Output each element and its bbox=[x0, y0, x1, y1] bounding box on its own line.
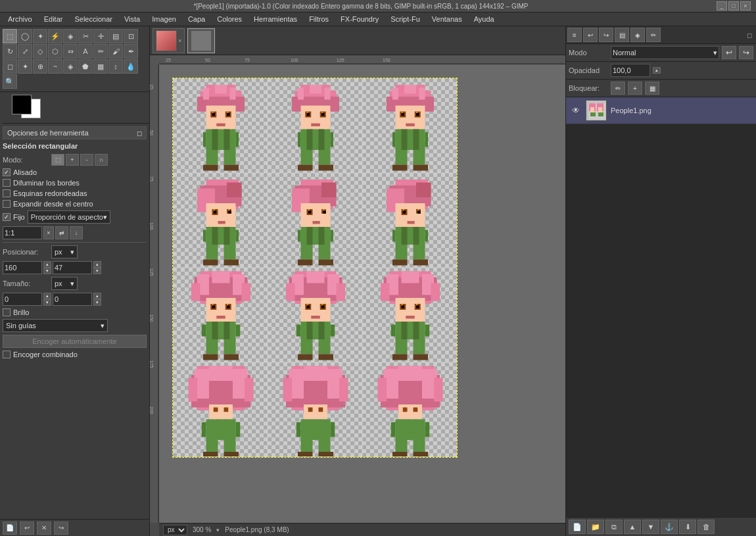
redo-btn[interactable]: ↪ bbox=[54, 522, 68, 535]
size-w-input[interactable]: 0 bbox=[3, 293, 42, 306]
menu-fx-foundry[interactable]: FX-Foundry bbox=[335, 14, 384, 24]
menu-herramientas[interactable]: Herramientas bbox=[248, 14, 302, 24]
maximize-button[interactable]: □ bbox=[728, 1, 739, 11]
tool-free-select[interactable]: ✦ bbox=[33, 29, 47, 43]
layer-up-btn[interactable]: ▲ bbox=[624, 520, 641, 534]
tool-magnify[interactable]: 🔍 bbox=[3, 74, 17, 89]
new-image-btn[interactable]: 📄 bbox=[3, 522, 17, 535]
tool-scale[interactable]: ⤢ bbox=[18, 44, 32, 59]
layers-tab-channels-icon[interactable]: ◈ bbox=[630, 28, 645, 42]
size-h-input[interactable]: 0 bbox=[53, 293, 92, 306]
combined-shrink-checkbox[interactable] bbox=[3, 351, 11, 358]
canvas-viewport[interactable] bbox=[159, 64, 565, 523]
tool-flip[interactable]: ⇔ bbox=[63, 44, 78, 59]
tool-options-expand-icon[interactable]: ◻ bbox=[137, 130, 142, 137]
undo-history-btn[interactable]: ↩ bbox=[20, 522, 34, 535]
tool-rect-select[interactable]: ⬚ bbox=[3, 29, 17, 43]
duplicate-layer-btn[interactable]: ⧉ bbox=[605, 520, 623, 534]
mode-intersect-btn[interactable]: ∩ bbox=[95, 154, 108, 166]
menu-vista[interactable]: Vista bbox=[119, 14, 145, 24]
ratio-input[interactable]: 1:1 bbox=[3, 226, 42, 239]
layers-tab-redo-icon[interactable]: ↪ bbox=[599, 28, 613, 42]
tool-scissors[interactable]: ✂ bbox=[78, 29, 93, 43]
layers-opacity-input[interactable]: 100,0 bbox=[611, 64, 650, 77]
layers-tab-undo-icon[interactable]: ↩ bbox=[583, 28, 598, 42]
anchor-layer-btn[interactable]: ⚓ bbox=[661, 520, 678, 534]
pos-y-up-arrow[interactable]: ▴ bbox=[93, 261, 101, 268]
menu-archivo[interactable]: Archivo bbox=[3, 14, 37, 24]
lock-paint-btn[interactable]: ✏ bbox=[611, 82, 625, 95]
layers-tab-paths-icon[interactable]: ✏ bbox=[646, 28, 661, 42]
menu-imagen[interactable]: Imagen bbox=[147, 14, 181, 24]
layer-item-people1[interactable]: 👁 People1.png bbox=[566, 97, 756, 124]
pos-x-down-arrow[interactable]: ▾ bbox=[43, 268, 51, 274]
tool-ellipse-select[interactable]: ◯ bbox=[18, 29, 32, 43]
thumbnail-1[interactable]: × bbox=[153, 28, 185, 53]
thumb-close-1[interactable]: × bbox=[178, 37, 181, 44]
guides-select[interactable]: Sin guías ▾ bbox=[3, 319, 108, 332]
tool-bucket[interactable]: ⬟ bbox=[78, 59, 93, 74]
auto-shrink-btn[interactable]: Encoger automáticamente bbox=[3, 335, 147, 348]
layer-visibility-toggle[interactable]: 👁 bbox=[570, 105, 582, 116]
layers-panel-expand-icon[interactable]: ◻ bbox=[744, 30, 755, 40]
position-unit-select[interactable]: px ▾ bbox=[51, 245, 78, 258]
tool-text[interactable]: A bbox=[78, 44, 93, 59]
delete-layer-btn[interactable]: 🗑 bbox=[697, 520, 715, 534]
tool-crop[interactable]: ⊡ bbox=[124, 29, 138, 43]
layers-mode-select[interactable]: Normal ▾ bbox=[611, 46, 719, 59]
unit-select[interactable]: px bbox=[163, 525, 187, 535]
size-unit-select[interactable]: px ▾ bbox=[51, 277, 78, 290]
tool-clone[interactable]: ⊕ bbox=[33, 59, 47, 74]
ratio-load-btn[interactable]: ↓ bbox=[70, 226, 83, 239]
foreground-color-swatch[interactable] bbox=[12, 95, 32, 114]
layers-opacity-spin-up[interactable]: ▴ bbox=[653, 67, 661, 74]
tool-color-select[interactable]: ◈ bbox=[63, 29, 78, 43]
thumbnail-2[interactable] bbox=[187, 28, 215, 53]
lock-alpha-btn[interactable]: ▦ bbox=[645, 82, 659, 95]
mode-subtract-btn[interactable]: - bbox=[80, 154, 93, 166]
tool-sharpen[interactable]: ◈ bbox=[63, 59, 78, 74]
size-w-down-arrow[interactable]: ▾ bbox=[43, 299, 51, 306]
ratio-swap-btn[interactable]: ⇄ bbox=[55, 226, 68, 239]
fixed-checkbox[interactable] bbox=[3, 213, 11, 221]
new-layer-group-btn[interactable]: 📁 bbox=[587, 520, 604, 534]
size-h-up-arrow[interactable]: ▴ bbox=[93, 293, 101, 299]
tool-gradient[interactable]: ▦ bbox=[93, 59, 108, 74]
tool-fuzzy-select[interactable]: ⚡ bbox=[48, 29, 62, 43]
expand-checkbox[interactable] bbox=[3, 200, 11, 208]
delete-image-btn[interactable]: ✕ bbox=[37, 522, 51, 535]
pos-y-input[interactable]: 47 bbox=[53, 261, 92, 274]
menu-script-fu[interactable]: Script-Fu bbox=[385, 14, 425, 24]
pos-x-up-arrow[interactable]: ▴ bbox=[43, 261, 51, 268]
layers-redo-btn[interactable]: ↪ bbox=[739, 46, 753, 59]
mode-add-btn[interactable]: + bbox=[66, 154, 79, 166]
brightness-checkbox[interactable] bbox=[3, 308, 11, 316]
close-button[interactable]: × bbox=[740, 1, 751, 11]
layers-tab-layers-icon[interactable]: ▤ bbox=[615, 28, 629, 42]
tool-measure[interactable]: ↕ bbox=[108, 59, 123, 74]
tool-heal[interactable]: ✦ bbox=[18, 59, 32, 74]
minimize-button[interactable]: _ bbox=[717, 1, 727, 11]
menu-colores[interactable]: Colores bbox=[212, 14, 247, 24]
pos-y-down-arrow[interactable]: ▾ bbox=[93, 268, 101, 274]
menu-capa[interactable]: Capa bbox=[183, 14, 210, 24]
menu-editar[interactable]: Editar bbox=[39, 14, 68, 24]
menu-ayuda[interactable]: Ayuda bbox=[469, 14, 500, 24]
layer-down-btn[interactable]: ▼ bbox=[642, 520, 659, 534]
layers-tab-history-icon[interactable]: ≡ bbox=[567, 28, 582, 42]
tool-pencil[interactable]: ✒ bbox=[124, 44, 138, 59]
layers-undo-btn[interactable]: ↩ bbox=[722, 46, 736, 59]
ratio-clear-btn[interactable]: × bbox=[43, 226, 54, 239]
tool-eyedrop[interactable]: 💧 bbox=[124, 59, 138, 74]
smooth-checkbox[interactable] bbox=[3, 168, 11, 176]
pos-x-input[interactable]: 160 bbox=[3, 261, 42, 274]
feather-checkbox[interactable] bbox=[3, 179, 11, 187]
menu-seleccionar[interactable]: Seleccionar bbox=[69, 14, 117, 24]
menu-filtros[interactable]: Filtros bbox=[304, 14, 334, 24]
size-w-up-arrow[interactable]: ▴ bbox=[43, 293, 51, 299]
tool-smudge[interactable]: ~ bbox=[48, 59, 62, 74]
tool-perspective[interactable]: ⬡ bbox=[48, 44, 62, 59]
merge-layer-btn[interactable]: ⬇ bbox=[679, 520, 696, 534]
tool-paint[interactable]: 🖌 bbox=[108, 44, 123, 59]
aspect-select[interactable]: Proporción de aspecto ▾ bbox=[28, 210, 110, 224]
